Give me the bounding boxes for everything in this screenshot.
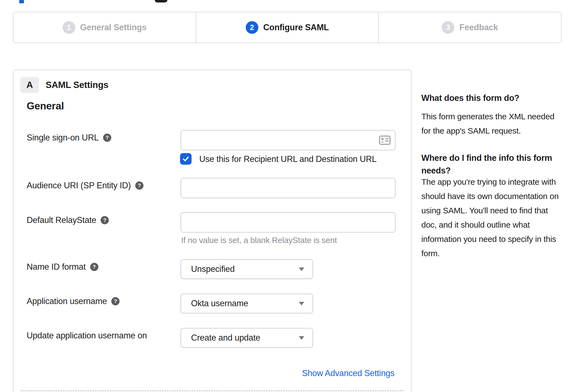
update-username-select[interactable]: Create and update xyxy=(181,328,313,348)
cropped-tab-indicator xyxy=(19,0,24,3)
step-3-number-badge: 3 xyxy=(442,21,454,34)
app-username-select[interactable]: Okta username xyxy=(181,294,313,313)
cropped-header-fragment xyxy=(155,0,167,2)
sso-url-input-wrap xyxy=(181,130,396,150)
sso-url-input[interactable] xyxy=(181,130,396,150)
recipient-url-checkbox[interactable] xyxy=(180,153,192,165)
relaystate-input-wrap xyxy=(181,212,396,233)
relaystate-label: Default RelayState ? xyxy=(27,215,109,225)
relaystate-help-icon[interactable]: ? xyxy=(101,216,109,224)
nameid-format-help-icon[interactable]: ? xyxy=(90,263,98,271)
section-dashed-divider xyxy=(21,390,404,391)
help-answer-1: This form generates the XML needed for t… xyxy=(421,109,564,138)
nameid-format-value: Unspecified xyxy=(191,264,235,274)
sso-url-label: Single sign-on URL ? xyxy=(27,133,111,143)
show-advanced-settings-link[interactable]: Show Advanced Settings xyxy=(302,368,394,378)
panel-title: SAML Settings xyxy=(46,77,108,93)
sso-url-help-icon[interactable]: ? xyxy=(103,134,111,142)
step-3-label: Feedback xyxy=(459,23,498,32)
step-2-number-badge: 2 xyxy=(246,21,258,34)
step-configure-saml[interactable]: 2 Configure SAML xyxy=(196,12,379,43)
wizard-stepper: 1 General Settings 2 Configure SAML 3 Fe… xyxy=(13,12,562,43)
dropdown-caret-icon xyxy=(299,302,304,305)
dropdown-caret-icon xyxy=(299,267,304,271)
recipient-url-checkbox-label[interactable]: Use this for Recipient URL and Destinati… xyxy=(199,154,377,164)
general-section-heading: General xyxy=(27,100,64,112)
sso-url-label-text: Single sign-on URL xyxy=(27,133,99,143)
step-feedback[interactable]: 3 Feedback xyxy=(379,12,561,43)
nameid-format-label-text: Name ID format xyxy=(27,262,86,272)
audience-uri-input-wrap xyxy=(181,178,396,198)
update-username-value: Create and update xyxy=(191,333,260,343)
relaystate-label-text: Default RelayState xyxy=(27,215,96,225)
step-1-label: General Settings xyxy=(80,23,147,32)
audience-uri-help-icon[interactable]: ? xyxy=(135,181,143,190)
nameid-format-select[interactable]: Unspecified xyxy=(181,259,313,279)
update-username-label: Update application username on xyxy=(27,331,147,341)
update-username-label-text: Update application username on xyxy=(27,331,147,341)
audience-uri-label: Audience URI (SP Entity ID) ? xyxy=(27,181,143,191)
step-general-settings[interactable]: 1 General Settings xyxy=(13,12,196,43)
help-question-1: What does this form do? xyxy=(421,92,564,104)
step-1-number-badge: 1 xyxy=(63,21,75,34)
saml-settings-panel: A SAML Settings General Single sign-on U… xyxy=(13,70,411,392)
contact-card-icon xyxy=(379,136,391,145)
app-username-help-icon[interactable]: ? xyxy=(111,297,120,305)
app-username-label-text: Application username xyxy=(27,296,107,306)
check-icon xyxy=(182,155,190,163)
help-answer-2: The app you're trying to integrate with … xyxy=(421,175,564,261)
help-question-2: Where do I find the info this form needs… xyxy=(421,152,564,177)
audience-uri-input[interactable] xyxy=(181,178,396,198)
relaystate-input[interactable] xyxy=(181,212,396,233)
app-username-label: Application username ? xyxy=(27,296,120,306)
step-2-label: Configure SAML xyxy=(263,23,329,32)
dropdown-caret-icon xyxy=(299,336,304,340)
relaystate-hint: If no value is set, a blank RelayState i… xyxy=(181,236,337,245)
section-a-badge: A xyxy=(20,77,39,93)
audience-uri-label-text: Audience URI (SP Entity ID) xyxy=(27,181,131,191)
nameid-format-label: Name ID format ? xyxy=(27,262,98,272)
app-username-value: Okta username xyxy=(191,299,248,308)
